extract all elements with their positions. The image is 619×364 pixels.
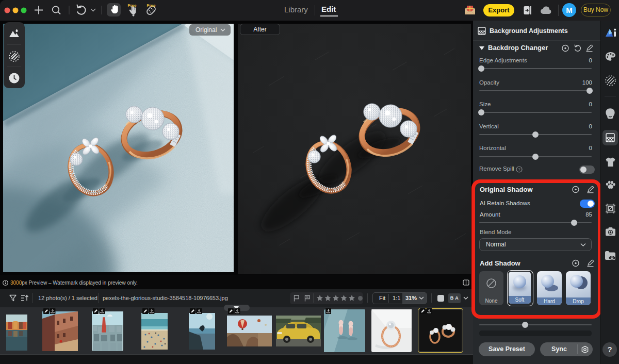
svg-text:Free: Free bbox=[128, 3, 137, 8]
svg-text:Free: Free bbox=[147, 3, 156, 8]
svg-text:?: ? bbox=[518, 167, 520, 172]
